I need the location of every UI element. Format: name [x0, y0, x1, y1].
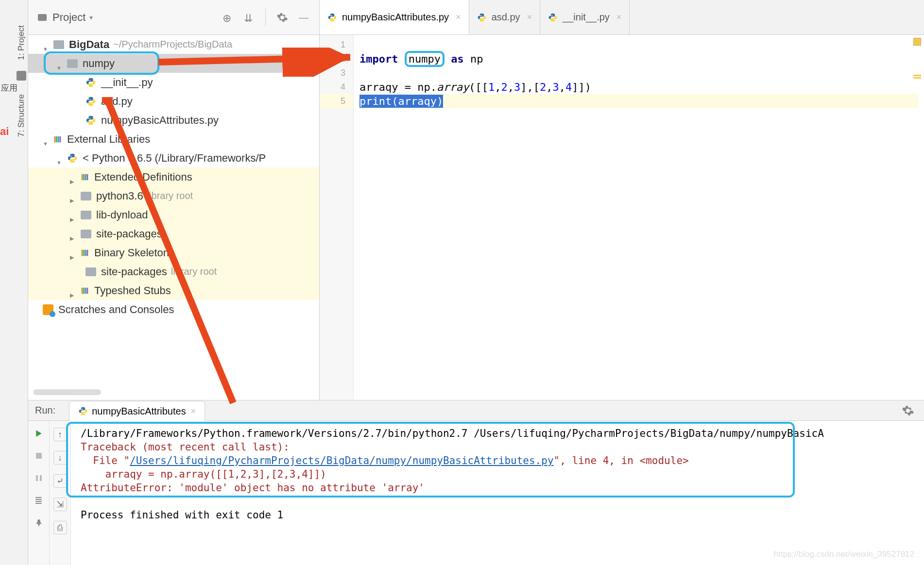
library-icon: [81, 173, 89, 182]
tool-tab-structure[interactable]: 7: Structure: [15, 88, 28, 143]
run-tab-label: numpyBasicAttributes: [92, 406, 186, 417]
output-line: Traceback (most recent call last):: [81, 440, 914, 454]
project-panel-header: Project ▾ ⊕ ⇊ —: [28, 0, 320, 34]
chevron-down-icon[interactable]: ▾: [89, 14, 93, 21]
warning-mark[interactable]: [913, 75, 921, 76]
file-link[interactable]: /Users/lifuqing/PycharmProjects/BigData/…: [130, 455, 553, 466]
tree-suffix: library root: [147, 190, 193, 201]
tree-external-libs[interactable]: External Libraries: [28, 130, 319, 149]
svg-rect-0: [54, 136, 56, 142]
svg-rect-14: [85, 287, 86, 294]
tab-numpybasic[interactable]: numpyBasicAttributes.py ×: [320, 0, 469, 34]
expand-icon[interactable]: [70, 193, 77, 199]
tree-root[interactable]: BigData ~/PycharmProjects/BigData: [28, 35, 319, 54]
output-line: Process finished with exit code 1: [81, 508, 914, 522]
scrollbar[interactable]: [33, 389, 101, 395]
close-icon[interactable]: ×: [616, 12, 622, 22]
code-line-5[interactable]: print(arraqy): [359, 94, 918, 108]
expand-icon[interactable]: [70, 287, 77, 294]
hide-icon[interactable]: —: [299, 12, 309, 23]
error-stripe[interactable]: [913, 38, 921, 79]
output-line: File "/Users/lifuqing/PycharmProjects/Bi…: [81, 454, 914, 467]
close-icon[interactable]: ×: [191, 406, 196, 416]
gear-icon[interactable]: [276, 12, 288, 23]
tree-typeshed[interactable]: Typeshed Stubs: [28, 281, 319, 300]
up-button[interactable]: ↑: [53, 428, 67, 441]
expand-icon[interactable]: [70, 212, 77, 218]
expand-icon[interactable]: [56, 155, 63, 162]
output-line: /Library/Frameworks/Python.framework/Ver…: [81, 427, 914, 440]
expand-icon[interactable]: [70, 249, 77, 256]
svg-rect-6: [85, 174, 86, 180]
tab-label: __init__.py: [563, 12, 610, 23]
tree-sitepkg2[interactable]: site-packages library root: [28, 262, 319, 281]
library-icon: [81, 249, 89, 257]
warning-mark[interactable]: [913, 77, 921, 79]
wrap-button[interactable]: ⤶: [53, 474, 67, 488]
down-button[interactable]: ↓: [53, 451, 67, 465]
code-editor[interactable]: 1 2 3 4 5 import numpy as np arraqy = np…: [320, 35, 924, 400]
inspection-status-icon[interactable]: [913, 38, 921, 46]
rerun-button[interactable]: [33, 428, 45, 439]
tab-asd[interactable]: asd.py ×: [469, 0, 540, 34]
console-output[interactable]: /Library/Frameworks/Python.framework/Ver…: [71, 421, 924, 565]
tree-scratches[interactable]: Scratches and Consoles: [28, 300, 319, 319]
tree-label: Binary Skeletons: [94, 247, 174, 259]
collapse-icon[interactable]: ⇊: [244, 12, 255, 23]
expand-icon[interactable]: [43, 136, 50, 143]
svg-rect-18: [40, 475, 42, 481]
left-tool-gutter: 1: Project 7: Structure 应用 ai: [0, 0, 28, 565]
run-tab[interactable]: numpyBasicAttributes ×: [69, 401, 205, 421]
pin-button[interactable]: [33, 517, 45, 529]
scroll-end-button[interactable]: ⇲: [53, 498, 67, 511]
code-line-4[interactable]: arraqy = np.array([[1,2,3],[2,3,4]]): [359, 80, 918, 94]
expand-icon[interactable]: [70, 174, 77, 181]
watermark: https://blog.csdn.net/weixin_39527812: [774, 549, 914, 559]
pause-button[interactable]: [33, 472, 45, 484]
tree-python-env[interactable]: < Python 3.6.5 (/Library/Frameworks/P: [28, 149, 319, 167]
locate-icon[interactable]: ⊕: [222, 12, 233, 23]
tree-file-asd[interactable]: asd.py: [28, 92, 319, 111]
close-icon[interactable]: ×: [456, 12, 461, 22]
top-toolbar: Project ▾ ⊕ ⇊ — numpyBasicAttributes.py …: [28, 0, 924, 35]
tree-label: numpy: [83, 57, 115, 70]
stop-button[interactable]: [33, 450, 45, 462]
tree-libdyn[interactable]: lib-dynload: [28, 205, 319, 224]
close-icon[interactable]: ×: [527, 12, 532, 22]
tree-label: __init__.py: [101, 76, 153, 89]
svg-rect-10: [85, 249, 86, 256]
tree-folder-numpy[interactable]: numpy: [28, 54, 319, 73]
browser-sidebar-label: 应用: [1, 83, 17, 94]
code-body[interactable]: import numpy as np arraqy = np.array([[1…: [354, 35, 924, 400]
tree-py36[interactable]: python3.6 library root: [28, 186, 319, 205]
tree-label: Scratches and Consoles: [58, 303, 174, 316]
tree-file-numpybasic[interactable]: numpyBasicAttributes.py: [28, 111, 319, 130]
dump-button[interactable]: ≣: [33, 495, 45, 506]
project-label[interactable]: Project: [52, 11, 86, 24]
python-icon: [86, 115, 96, 126]
project-tree[interactable]: BigData ~/PycharmProjects/BigData numpy …: [28, 35, 320, 400]
svg-rect-17: [36, 475, 38, 481]
tab-init[interactable]: __init__.py ×: [540, 0, 630, 34]
gear-icon[interactable]: [902, 404, 914, 417]
code-line-2[interactable]: import numpy as np: [359, 52, 918, 66]
tree-sitepkg[interactable]: site-packages: [28, 224, 319, 243]
tree-label: lib-dynload: [96, 209, 148, 221]
svg-rect-12: [82, 287, 83, 294]
tree-binskel[interactable]: Binary Skeletons: [28, 243, 319, 262]
expand-icon[interactable]: [43, 41, 50, 48]
expand-icon[interactable]: [56, 60, 63, 67]
tree-label: python3.6: [96, 190, 143, 202]
tree-file-init[interactable]: __init__.py: [28, 73, 319, 92]
expand-icon[interactable]: [70, 231, 77, 237]
svg-rect-8: [82, 249, 83, 256]
print-button[interactable]: ⎙: [53, 521, 67, 534]
python-icon: [548, 13, 558, 22]
output-line: AttributeError: 'module' object has no a…: [81, 481, 914, 495]
tree-ext-def[interactable]: Extended Definitions: [28, 167, 319, 186]
python-icon: [86, 77, 96, 88]
python-icon: [327, 13, 337, 22]
run-panel: Run: numpyBasicAttributes × ≣ ↑ ↓ ⤶ ⇲ ⎙: [28, 400, 924, 565]
tool-tab-project[interactable]: 1: Project: [15, 19, 28, 66]
tree-label: Typeshed Stubs: [94, 284, 171, 297]
